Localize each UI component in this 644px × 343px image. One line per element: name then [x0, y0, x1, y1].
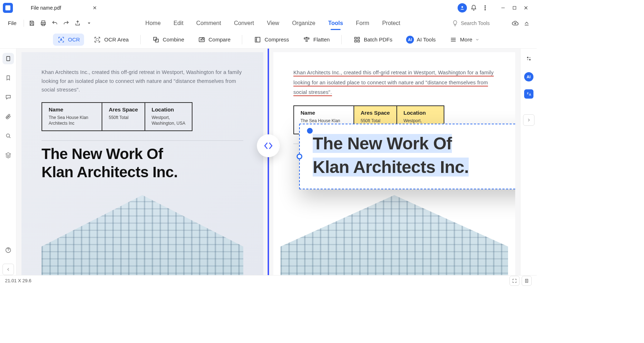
intro-text-left: Khan Architects Inc., created this off-g… — [42, 68, 243, 94]
menu-comment[interactable]: Comment — [196, 18, 222, 29]
building-image-right — [280, 195, 508, 275]
redo-button[interactable] — [61, 18, 71, 28]
selected-text-line1[interactable]: The New Work Of — [313, 134, 452, 153]
flatten-icon — [303, 36, 311, 44]
document-tab[interactable]: File name.pdf ✕ — [26, 3, 102, 13]
ocr-area-button[interactable]: OCR Area — [89, 34, 133, 46]
search-input[interactable] — [461, 20, 504, 26]
svg-rect-8 — [96, 38, 99, 41]
compare-swap-button[interactable] — [257, 134, 280, 157]
svg-rect-17 — [357, 40, 359, 42]
ocr-button[interactable]: OCR — [53, 34, 84, 46]
right-sidebar: AI — [520, 49, 537, 275]
attachments-panel-button[interactable] — [3, 111, 14, 122]
ai-sidebar-button[interactable]: AI — [524, 72, 533, 81]
info-table-left: NameThe Sea House Klan Architects Inc Ar… — [42, 102, 192, 131]
text-selection-box[interactable]: The New Work Of Klan Architects Inc. — [299, 124, 515, 189]
next-page-button[interactable] — [523, 114, 535, 126]
svg-point-3 — [485, 9, 486, 10]
menu-tools[interactable]: Tools — [327, 18, 343, 29]
quick-dropdown-button[interactable] — [84, 18, 94, 28]
svg-rect-4 — [513, 6, 516, 9]
batch-pdfs-button[interactable]: Batch PDFs — [349, 34, 397, 46]
file-menu[interactable]: File — [5, 19, 19, 28]
menu-home[interactable]: Home — [145, 18, 161, 29]
svg-point-0 — [462, 6, 463, 8]
selection-handle-top[interactable] — [307, 128, 313, 134]
more-button[interactable]: More — [445, 34, 484, 46]
page-dimensions: 21.01 X 29.6 — [5, 278, 31, 283]
svg-point-2 — [485, 8, 486, 8]
compare-button[interactable]: Compare — [194, 34, 235, 46]
statusbar: 21.01 X 29.6 — [0, 275, 537, 286]
left-sidebar — [0, 49, 16, 275]
comments-panel-button[interactable] — [3, 91, 14, 103]
compress-icon — [254, 36, 262, 44]
thumbnails-panel-button[interactable] — [3, 53, 14, 64]
menu-form[interactable]: Form — [355, 18, 370, 29]
window-maximize-button[interactable] — [509, 2, 520, 14]
main-area: Khan Architects Inc., created this off-g… — [0, 49, 537, 275]
ai-tools-button[interactable]: AI AI Tools — [402, 34, 440, 46]
menu-view[interactable]: View — [266, 18, 280, 29]
flatten-button[interactable]: Flatten — [298, 34, 334, 46]
svg-rect-15 — [357, 37, 359, 39]
svg-point-1 — [485, 6, 486, 6]
svg-rect-14 — [355, 37, 356, 39]
svg-rect-16 — [355, 40, 356, 42]
chevron-down-icon — [475, 38, 479, 42]
undo-button[interactable] — [50, 18, 60, 28]
app-logo[interactable] — [3, 3, 13, 13]
selection-handle-left[interactable] — [297, 154, 302, 159]
share-button[interactable] — [73, 18, 83, 28]
ocr-icon — [57, 36, 65, 44]
properties-panel-button[interactable] — [523, 53, 535, 64]
avatar-icon — [458, 3, 467, 13]
menu-protect[interactable]: Protect — [381, 18, 401, 29]
selected-text-line2[interactable]: Klan Architects Inc. — [313, 158, 469, 177]
svg-point-19 — [6, 134, 9, 137]
prev-page-button[interactable] — [3, 264, 14, 275]
notifications-button[interactable] — [468, 2, 479, 14]
combine-button[interactable]: Combine — [148, 34, 189, 46]
print-button[interactable] — [38, 18, 48, 28]
menubar: File Home Edit Comment Convert View Orga… — [0, 16, 537, 31]
cloud-upload-button[interactable] — [510, 18, 520, 28]
translate-sidebar-button[interactable] — [524, 89, 533, 99]
save-button[interactable] — [27, 18, 37, 28]
page-left-original: Khan Architects Inc., created this off-g… — [21, 52, 263, 275]
batch-icon — [353, 36, 361, 44]
search-panel-button[interactable] — [3, 130, 14, 141]
account-button[interactable] — [457, 2, 468, 14]
close-tab-icon[interactable]: ✕ — [93, 5, 97, 11]
layers-panel-button[interactable] — [3, 149, 14, 161]
window-close-button[interactable] — [520, 2, 532, 14]
document-canvas[interactable]: Khan Architects Inc., created this off-g… — [16, 49, 520, 275]
svg-rect-10 — [155, 39, 158, 42]
search-tools[interactable] — [452, 20, 509, 27]
compress-button[interactable]: Compress — [249, 34, 293, 46]
main-menu: Home Edit Comment Convert View Organize … — [96, 18, 450, 29]
ocr-area-icon — [93, 36, 101, 44]
svg-rect-18 — [6, 56, 10, 61]
tab-title: File name.pdf — [31, 5, 61, 11]
building-image-left — [42, 195, 243, 275]
intro-text-right: Khan Architects Inc., created this off-g… — [293, 70, 494, 96]
svg-rect-9 — [153, 37, 156, 40]
menu-edit[interactable]: Edit — [173, 18, 184, 29]
menu-convert[interactable]: Convert — [233, 18, 255, 29]
ai-icon: AI — [406, 36, 414, 44]
fit-page-button[interactable] — [509, 276, 519, 286]
window-minimize-button[interactable] — [497, 2, 509, 14]
kebab-menu-button[interactable] — [479, 2, 491, 14]
svg-rect-12 — [255, 37, 260, 42]
help-button[interactable] — [3, 244, 14, 256]
compare-divider[interactable] — [268, 49, 269, 275]
titlebar: File name.pdf ✕ — [0, 0, 537, 16]
bookmarks-panel-button[interactable] — [3, 72, 14, 84]
lightbulb-icon — [452, 20, 459, 27]
view-mode-button[interactable] — [522, 276, 532, 286]
collapse-ribbon-button[interactable] — [522, 18, 532, 28]
menu-organize[interactable]: Organize — [291, 18, 316, 29]
page-right-ocr: Khan Architects Inc., created this off-g… — [273, 52, 515, 275]
